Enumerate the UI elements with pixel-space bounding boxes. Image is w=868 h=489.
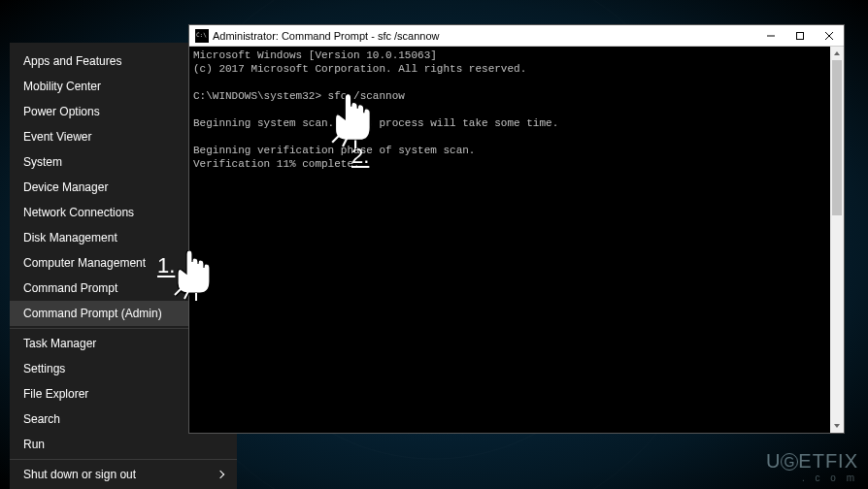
winx-item-label: Disk Management	[23, 231, 117, 244]
winx-item-shut-down-or-sign-out[interactable]: Shut down or sign out	[10, 462, 237, 487]
terminal-lines: Microsoft Windows [Version 10.0.15063] (…	[193, 49, 840, 171]
winx-item-label: Command Prompt	[23, 281, 117, 295]
winx-item-label: Settings	[23, 362, 65, 375]
winx-item-label: Network Connections	[23, 206, 134, 219]
watermark-text: U	[766, 450, 781, 472]
close-button[interactable]	[815, 25, 844, 47]
winx-item-label: System	[23, 155, 62, 169]
minimize-button[interactable]	[756, 25, 785, 47]
winx-item-label: Command Prompt (Admin)	[23, 307, 162, 320]
watermark-text: ETFIX	[798, 450, 858, 472]
watermark-logo: UGETFIX . c o m	[766, 450, 858, 483]
winx-item-run[interactable]: Run	[10, 432, 237, 457]
svg-rect-1	[797, 32, 804, 39]
watermark-g-icon: G	[781, 453, 798, 471]
winx-item-label: Task Manager	[23, 337, 96, 350]
cmd-icon	[195, 29, 209, 43]
vertical-scrollbar[interactable]	[830, 47, 844, 433]
winx-item-label: Power Options	[23, 105, 100, 118]
window-titlebar[interactable]: Administrator: Command Prompt - sfc /sca…	[189, 25, 844, 47]
chevron-right-icon	[217, 471, 224, 478]
winx-item-label: Apps and Features	[23, 54, 121, 68]
svg-marker-4	[834, 51, 840, 55]
winx-item-label: File Explorer	[23, 387, 88, 401]
scroll-up-button[interactable]	[830, 47, 844, 60]
winx-item-label: Mobility Center	[23, 80, 101, 93]
winx-item-label: Computer Management	[23, 256, 146, 270]
winx-item-label: Shut down or sign out	[23, 468, 136, 481]
winx-item-label: Device Manager	[23, 180, 108, 194]
svg-marker-5	[834, 424, 840, 428]
winx-item-label: Run	[23, 438, 45, 451]
scroll-down-button[interactable]	[830, 419, 844, 433]
winx-item-label: Search	[23, 412, 60, 426]
scrollbar-thumb[interactable]	[832, 60, 842, 215]
maximize-button[interactable]	[785, 25, 815, 47]
scrollbar-track[interactable]	[830, 60, 844, 419]
command-prompt-window: Administrator: Command Prompt - sfc /sca…	[189, 25, 844, 433]
window-title: Administrator: Command Prompt - sfc /sca…	[213, 30, 756, 42]
winx-item-label: Event Viewer	[23, 130, 91, 144]
terminal-output[interactable]: Microsoft Windows [Version 10.0.15063] (…	[189, 47, 844, 433]
